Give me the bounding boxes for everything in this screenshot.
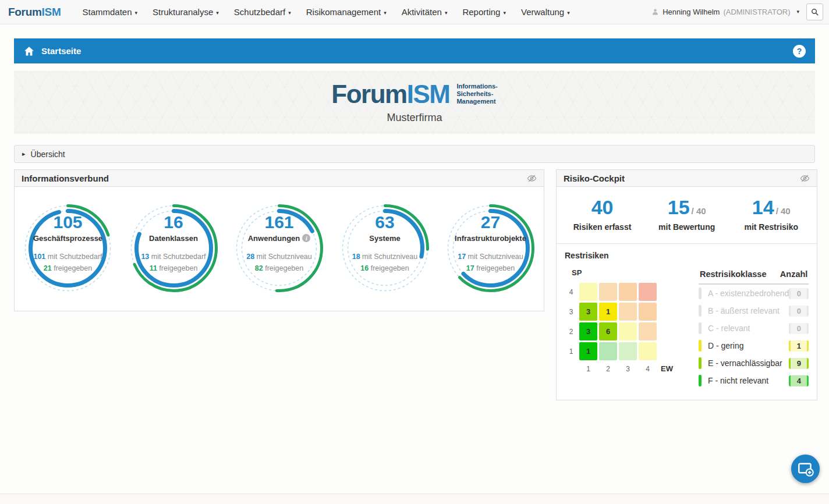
donut-chart-0[interactable]: 105 Geschäftsprozesse 101 mit Schutzbeda… xyxy=(20,201,115,296)
user-menu[interactable]: Henning Wilhelm (ADMINISTRATOR) ▾ xyxy=(651,8,799,16)
risk-class-row-d[interactable]: D - gering 1 xyxy=(699,337,809,354)
overview-toggle[interactable]: ▸ Übersicht xyxy=(14,145,815,163)
app-logo-accent: ISM xyxy=(42,6,61,18)
risk-class-rows: A - existenzbedrohend 0 B - äußerst rele… xyxy=(699,285,809,389)
column-header-class: Restrisikoklasse xyxy=(700,269,766,279)
nav-item-4[interactable]: Aktivitäten▾ xyxy=(402,7,448,17)
chevron-down-icon: ▾ xyxy=(796,9,799,15)
stat-label: mit Bewertung xyxy=(644,222,729,232)
matrix-cell-sp4-ew1[interactable] xyxy=(579,283,597,301)
donut-row: 105 Geschäftsprozesse 101 mit Schutzbeda… xyxy=(15,187,544,311)
risk-matrix: SP 4331236111234EW xyxy=(565,268,690,389)
donut-text: 161 Anwendungen i 28 mit Schutzniveau 82… xyxy=(232,201,327,296)
matrix-cell-sp1-ew1[interactable]: 1 xyxy=(579,342,597,360)
matrix-cell-sp4-ew2[interactable] xyxy=(599,283,617,301)
donut-line1: 13 mit Schutzbedarf xyxy=(141,251,206,262)
risk-class-row-b[interactable]: B - äußerst relevant 0 xyxy=(699,302,809,320)
risk-class-table-header: Restrisikoklasse Anzahl xyxy=(699,268,809,285)
class-count-badge: 0 xyxy=(789,306,809,317)
chevron-down-icon: ▾ xyxy=(288,10,291,16)
nav-menu: Stammdaten▾Strukturanalyse▾Schutzbedarf▾… xyxy=(75,7,578,17)
chevron-down-icon: ▾ xyxy=(503,10,506,16)
nav-item-6[interactable]: Verwaltung▾ xyxy=(521,7,570,17)
overview-label: Übersicht xyxy=(31,150,65,159)
top-navbar: ForumISM Stammdaten▾Strukturanalyse▾Schu… xyxy=(0,0,829,24)
matrix-cell-sp3-ew3[interactable] xyxy=(619,303,637,321)
risk-class-row-f[interactable]: F - nicht relevant 4 xyxy=(699,372,809,389)
donut-total: 161 xyxy=(264,214,293,231)
nav-item-2[interactable]: Schutzbedarf▾ xyxy=(234,7,291,17)
matrix-cell-sp1-ew4[interactable] xyxy=(639,342,657,360)
nav-item-0[interactable]: Stammdaten▾ xyxy=(83,7,138,17)
matrix-cell-sp4-ew3[interactable] xyxy=(619,283,637,301)
donut-line1: 18 mit Schutzniveau xyxy=(352,251,418,262)
matrix-cell-sp1-ew3[interactable] xyxy=(619,342,637,360)
home-icon[interactable] xyxy=(23,45,35,57)
eye-slash-icon xyxy=(800,173,810,183)
nav-item-1[interactable]: Strukturanalyse▾ xyxy=(153,7,219,17)
class-color-bar xyxy=(699,357,702,369)
eye-slash-icon xyxy=(527,173,537,183)
chevron-down-icon: ▾ xyxy=(135,10,138,16)
donut-total: 63 xyxy=(375,214,394,231)
matrix-row-label: 2 xyxy=(565,328,578,336)
class-label: B - äußerst relevant xyxy=(708,306,789,315)
search-button[interactable] xyxy=(806,3,823,20)
donut-chart-4[interactable]: 27 Infrastrukturobjekte 17 mit Schutzniv… xyxy=(443,201,538,296)
tagline-line: Sicherheits- xyxy=(456,90,497,98)
user-icon xyxy=(651,8,659,16)
class-color-bar xyxy=(699,288,702,299)
info-icon[interactable]: i xyxy=(302,234,310,242)
donut-total: 27 xyxy=(481,214,500,231)
matrix-grid: 4331236111234EW xyxy=(565,283,690,373)
matrix-cell-sp3-ew2[interactable]: 1 xyxy=(599,303,617,321)
class-color-bar xyxy=(699,305,702,317)
matrix-cell-sp3-ew4[interactable] xyxy=(639,303,657,321)
matrix-cell-sp4-ew4[interactable] xyxy=(639,283,657,301)
chevron-down-icon: ▾ xyxy=(216,10,219,16)
class-label: D - gering xyxy=(708,341,789,350)
matrix-cell-sp2-ew2[interactable]: 6 xyxy=(599,322,617,340)
matrix-cell-sp2-ew3[interactable] xyxy=(619,322,637,340)
risk-class-row-e[interactable]: E - vernachlässigbar 9 xyxy=(699,354,809,372)
matrix-title: Restrisiken xyxy=(565,251,809,260)
class-count-badge: 0 xyxy=(789,288,809,299)
add-window-icon xyxy=(798,461,814,477)
hide-panel-button[interactable] xyxy=(527,173,537,183)
add-item-fab[interactable] xyxy=(791,455,820,483)
risk-class-row-c[interactable]: C - relevant 0 xyxy=(699,320,809,337)
help-button[interactable]: ? xyxy=(793,45,806,58)
nav-item-3[interactable]: Risikomanagement▾ xyxy=(306,7,387,17)
nav-item-label: Schutzbedarf xyxy=(234,7,285,17)
nav-item-5[interactable]: Reporting▾ xyxy=(462,7,506,17)
info-panel: Informationsverbund 105 Geschäftsprozess… xyxy=(14,169,544,311)
matrix-cell-sp2-ew1[interactable]: 3 xyxy=(579,322,597,340)
risk-class-row-a[interactable]: A - existenzbedrohend 0 xyxy=(699,285,809,302)
banner-logo: ForumISM xyxy=(331,81,449,107)
matrix-col-label: 1 xyxy=(579,363,597,373)
hide-panel-button[interactable] xyxy=(800,173,810,183)
matrix-col-label: 3 xyxy=(619,363,637,373)
matrix-x-axis-label: EW xyxy=(658,362,678,373)
nav-item-label: Strukturanalyse xyxy=(153,7,213,17)
donut-chart-1[interactable]: 16 Datenklassen 13 mit Schutzbedarf 11 f… xyxy=(126,201,221,296)
stat-value: 14 xyxy=(752,196,774,218)
class-label: E - vernachlässigbar xyxy=(708,359,789,368)
donut-chart-3[interactable]: 63 Systeme 18 mit Schutzniveau 16 freige… xyxy=(338,201,433,296)
app-logo[interactable]: ForumISM xyxy=(8,6,61,19)
risk-panel-title: Risiko-Cockpit xyxy=(564,173,625,183)
matrix-cell-sp2-ew4[interactable] xyxy=(639,322,657,340)
donut-text: 63 Systeme 18 mit Schutzniveau 16 freige… xyxy=(338,201,433,296)
user-name: Henning Wilhelm xyxy=(663,8,720,16)
donut-total: 105 xyxy=(53,214,82,231)
matrix-cell-sp1-ew2[interactable] xyxy=(599,342,617,360)
matrix-cell-sp3-ew1[interactable]: 3 xyxy=(579,303,597,321)
risk-stat-0: 40 Risiken erfasst xyxy=(560,197,644,232)
stat-label: mit Restrisiko xyxy=(729,222,813,232)
stat-label: Risiken erfasst xyxy=(560,222,644,232)
donut-total: 16 xyxy=(164,214,183,231)
donut-line1: 28 mit Schutzniveau xyxy=(246,251,312,262)
class-label: C - relevant xyxy=(708,324,789,333)
risk-stat-2: 14/ 40 mit Restrisiko xyxy=(729,197,813,232)
donut-chart-2[interactable]: 161 Anwendungen i 28 mit Schutzniveau 82… xyxy=(232,201,327,296)
